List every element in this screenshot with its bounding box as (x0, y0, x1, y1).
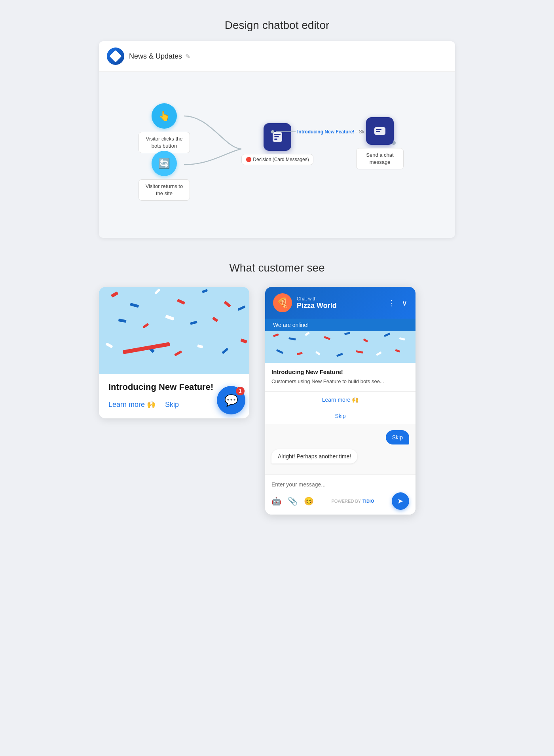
chat-msg-reply: Alright! Perhaps another time! (271, 449, 409, 463)
svg-rect-14 (177, 299, 185, 305)
editor-logo (107, 47, 124, 65)
page-title: Design chatbot editor (0, 0, 554, 41)
svg-rect-39 (276, 349, 283, 354)
chat-card-title: Introducing New Feature! (271, 369, 409, 375)
chat-card-desc: Customers using New Feature to build bot… (271, 378, 409, 386)
svg-marker-0 (114, 53, 119, 59)
svg-rect-15 (202, 289, 208, 293)
tidio-brand: TIDIO (362, 499, 374, 503)
svg-rect-8 (374, 127, 385, 135)
chat-card-confetti (265, 331, 416, 363)
chat-card-actions: Learn more 🙌 Skip (265, 391, 416, 424)
svg-rect-12 (130, 303, 139, 308)
svg-rect-26 (174, 350, 182, 356)
card-image (99, 287, 249, 374)
chat-card-content: Introducing New Feature! Customers using… (265, 363, 416, 391)
editor-canvas: 👆 Visitor clicks the bots button 🔄 Visit… (99, 72, 455, 238)
svg-rect-23 (106, 342, 113, 348)
svg-rect-40 (297, 352, 303, 355)
chat-image-preview (265, 331, 416, 363)
svg-rect-30 (123, 342, 170, 354)
send-box (366, 117, 394, 145)
attachment-icon[interactable]: 📎 (288, 496, 298, 506)
svg-rect-28 (222, 348, 229, 354)
svg-rect-10 (376, 131, 380, 132)
trigger-label-2: Visitor returns to the site (138, 179, 190, 201)
emoji-bot-icon[interactable]: 🤖 (271, 496, 281, 506)
section2-title: What customer see (0, 262, 554, 274)
svg-rect-44 (376, 351, 382, 356)
svg-rect-42 (336, 353, 343, 357)
chat-header-left: 🍕 Chat with Pizza World (273, 293, 337, 312)
chat-powered-by: POWERED BY TIDIO (332, 499, 374, 503)
chat-badge-count: 1 (236, 387, 245, 395)
connector-label: Introducing New Feature! (297, 129, 355, 135)
svg-rect-45 (395, 349, 400, 353)
chat-send-button[interactable]: ➤ (392, 492, 409, 510)
svg-rect-43 (356, 350, 363, 353)
confetti-decoration (99, 287, 249, 374)
svg-rect-32 (288, 337, 296, 340)
chat-card-learn-more-btn[interactable]: Learn more 🙌 (265, 392, 416, 408)
emoji-icon[interactable]: 😊 (304, 496, 314, 506)
svg-rect-33 (305, 332, 310, 336)
chat-messages: Skip Alright! Perhaps another time! (265, 424, 416, 475)
decision-box (264, 123, 291, 151)
svg-rect-37 (384, 332, 391, 337)
svg-rect-13 (154, 289, 161, 295)
chat-card-skip-btn[interactable]: Skip (265, 408, 416, 424)
svg-rect-18 (142, 323, 149, 329)
decision-label: 🔴 Decision (Card Messages) (241, 154, 313, 165)
svg-rect-36 (363, 338, 368, 342)
svg-rect-27 (197, 344, 203, 348)
svg-rect-38 (399, 337, 405, 340)
chat-msg-skip: Skip (271, 430, 409, 444)
more-options-icon[interactable]: ⋮ (387, 298, 395, 308)
chat-input-icons: 🤖 📎 😊 (271, 496, 314, 506)
svg-rect-35 (344, 332, 350, 335)
chat-input-actions: 🤖 📎 😊 POWERED BY TIDIO ➤ (271, 492, 409, 510)
powered-by-label: POWERED BY (332, 499, 361, 503)
chat-header: 🍕 Chat with Pizza World ⋮ ∨ (265, 287, 416, 319)
svg-rect-17 (118, 319, 127, 323)
send-label: Send a chat message (356, 148, 404, 169)
card-learn-more-link[interactable]: Learn more 🙌 (108, 400, 156, 409)
chat-widget: 🍕 Chat with Pizza World ⋮ ∨ We are onlin… (265, 287, 416, 515)
skip-bubble: Skip (386, 430, 409, 444)
trigger-circle-1: 👆 (152, 103, 177, 129)
chat-name-area: Chat with Pizza World (297, 296, 337, 310)
chat-avatar: 🍕 (273, 293, 292, 312)
left-card: Introducing New Feature! Learn more 🙌 Sk… (99, 287, 249, 418)
svg-rect-21 (212, 317, 218, 322)
svg-rect-19 (165, 315, 174, 321)
chat-badge-button[interactable]: 💬 1 (217, 386, 245, 414)
editor-header: News & Updates ✎ (99, 41, 455, 72)
send-node[interactable]: Send a chat message (356, 117, 404, 169)
svg-rect-9 (376, 129, 381, 130)
svg-rect-31 (273, 333, 279, 337)
svg-rect-16 (224, 301, 231, 308)
chat-with-label: Chat with (297, 296, 337, 302)
chat-business-name: Pizza World (297, 302, 337, 310)
svg-rect-41 (315, 351, 321, 355)
svg-rect-22 (237, 306, 246, 311)
editor-title: News & Updates (129, 52, 182, 61)
svg-rect-11 (111, 291, 119, 298)
customer-section: Introducing New Feature! Learn more 🙌 Sk… (99, 287, 455, 515)
trigger-node-1[interactable]: 👆 Visitor clicks the bots button (138, 103, 190, 153)
svg-rect-7 (274, 139, 277, 140)
svg-rect-20 (190, 321, 197, 325)
trigger-node-2[interactable]: 🔄 Visitor returns to the site (138, 151, 190, 201)
svg-rect-6 (274, 136, 279, 137)
online-status-bar: We are online! (265, 319, 416, 331)
chat-input-area: 🤖 📎 😊 POWERED BY TIDIO ➤ (265, 475, 416, 515)
chevron-down-icon[interactable]: ∨ (402, 298, 408, 308)
trigger-circle-2: 🔄 (152, 151, 177, 176)
card-skip-link[interactable]: Skip (165, 401, 179, 409)
flow-area: 👆 Visitor clicks the bots button 🔄 Visit… (115, 87, 439, 222)
svg-rect-29 (240, 338, 247, 344)
svg-rect-34 (324, 336, 330, 340)
edit-icon[interactable]: ✎ (185, 53, 190, 60)
chat-message-input[interactable] (271, 480, 409, 489)
trigger-label-1: Visitor clicks the bots button (138, 132, 190, 153)
